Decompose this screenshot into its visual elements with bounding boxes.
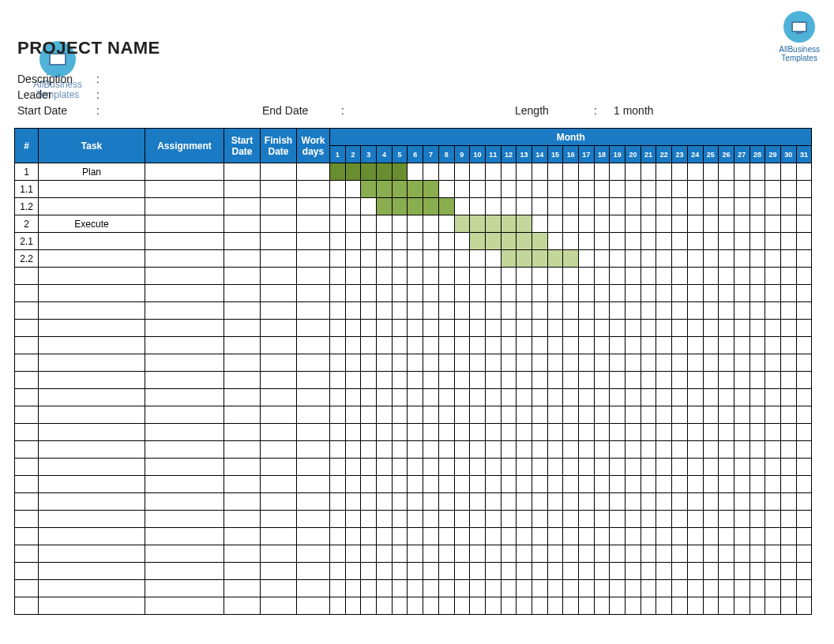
gantt-cell[interactable]	[485, 198, 501, 215]
gantt-cell[interactable]	[796, 198, 812, 215]
cell-assignment[interactable]	[145, 389, 224, 406]
gantt-cell[interactable]	[703, 320, 719, 337]
gantt-cell[interactable]	[345, 511, 361, 528]
gantt-cell[interactable]	[392, 580, 408, 597]
gantt-cell[interactable]	[703, 354, 719, 372]
gantt-cell[interactable]	[345, 285, 361, 302]
gantt-cell[interactable]	[780, 337, 796, 354]
cell-finish-date[interactable]	[261, 563, 297, 580]
gantt-cell[interactable]	[719, 302, 734, 320]
cell-start-date[interactable]	[224, 285, 261, 302]
gantt-cell[interactable]	[501, 528, 517, 545]
cell-finish-date[interactable]	[261, 406, 297, 424]
gantt-cell[interactable]	[626, 163, 641, 181]
gantt-cell[interactable]	[485, 545, 501, 563]
cell-finish-date[interactable]	[261, 476, 297, 493]
cell-task[interactable]	[39, 233, 145, 250]
gantt-cell[interactable]	[501, 406, 517, 424]
gantt-cell[interactable]	[547, 198, 563, 215]
gantt-cell[interactable]	[765, 302, 781, 320]
gantt-cell[interactable]	[377, 302, 393, 320]
gantt-cell[interactable]	[408, 285, 423, 302]
gantt-cell[interactable]	[423, 563, 439, 580]
gantt-cell[interactable]	[594, 268, 610, 285]
gantt-cell[interactable]	[485, 563, 501, 580]
gantt-cell[interactable]	[408, 163, 423, 181]
gantt-cell[interactable]	[687, 233, 703, 250]
cell-num[interactable]	[15, 302, 39, 320]
gantt-cell[interactable]	[579, 337, 595, 354]
cell-task[interactable]	[39, 198, 145, 215]
gantt-cell[interactable]	[517, 302, 532, 320]
gantt-cell[interactable]	[532, 354, 547, 372]
gantt-cell[interactable]	[796, 528, 812, 545]
gantt-cell[interactable]	[734, 285, 749, 302]
gantt-cell[interactable]	[547, 545, 563, 563]
gantt-cell[interactable]	[377, 563, 393, 580]
gantt-cell[interactable]	[501, 563, 517, 580]
gantt-cell[interactable]	[672, 389, 688, 406]
cell-assignment[interactable]	[145, 459, 224, 476]
gantt-cell[interactable]	[626, 459, 641, 476]
gantt-cell[interactable]	[656, 511, 672, 528]
gantt-cell[interactable]	[765, 545, 781, 563]
cell-task[interactable]	[39, 580, 145, 597]
gantt-cell[interactable]	[501, 268, 517, 285]
gantt-cell[interactable]	[719, 580, 734, 597]
gantt-cell[interactable]	[641, 337, 656, 354]
gantt-cell[interactable]	[734, 320, 749, 337]
gantt-cell[interactable]	[485, 476, 501, 493]
cell-start-date[interactable]	[224, 268, 261, 285]
gantt-cell[interactable]	[563, 459, 579, 476]
gantt-cell[interactable]	[470, 302, 486, 320]
cell-assignment[interactable]	[145, 181, 224, 198]
gantt-cell[interactable]	[517, 528, 532, 545]
cell-finish-date[interactable]	[261, 233, 297, 250]
gantt-cell[interactable]	[579, 528, 595, 545]
gantt-cell[interactable]	[672, 511, 688, 528]
cell-finish-date[interactable]	[261, 302, 297, 320]
gantt-cell[interactable]	[703, 181, 719, 198]
gantt-cell[interactable]	[703, 511, 719, 528]
gantt-cell[interactable]	[408, 250, 423, 268]
gantt-cell[interactable]	[330, 511, 346, 528]
gantt-cell[interactable]	[626, 354, 641, 372]
gantt-cell[interactable]	[719, 441, 734, 459]
gantt-cell[interactable]	[377, 389, 393, 406]
gantt-cell[interactable]	[408, 511, 423, 528]
gantt-cell[interactable]	[796, 354, 812, 372]
gantt-cell[interactable]	[563, 528, 579, 545]
gantt-cell[interactable]	[532, 528, 547, 545]
gantt-cell[interactable]	[345, 580, 361, 597]
gantt-cell[interactable]	[454, 302, 470, 320]
gantt-cell[interactable]	[641, 250, 656, 268]
gantt-cell[interactable]	[579, 181, 595, 198]
cell-finish-date[interactable]	[261, 511, 297, 528]
gantt-cell[interactable]	[361, 354, 377, 372]
gantt-cell[interactable]	[656, 250, 672, 268]
gantt-cell[interactable]	[703, 215, 719, 233]
gantt-cell[interactable]	[765, 320, 781, 337]
gantt-cell[interactable]	[377, 354, 393, 372]
gantt-cell[interactable]	[765, 285, 781, 302]
gantt-cell[interactable]	[703, 285, 719, 302]
gantt-cell[interactable]	[703, 198, 719, 215]
gantt-cell[interactable]	[423, 215, 439, 233]
gantt-cell[interactable]	[656, 545, 672, 563]
gantt-cell[interactable]	[672, 459, 688, 476]
gantt-cell[interactable]	[438, 337, 454, 354]
gantt-cell[interactable]	[780, 268, 796, 285]
cell-work-days[interactable]	[297, 354, 330, 372]
gantt-cell[interactable]	[780, 354, 796, 372]
gantt-cell[interactable]	[749, 337, 765, 354]
cell-assignment[interactable]	[145, 476, 224, 493]
gantt-cell[interactable]	[780, 459, 796, 476]
gantt-cell[interactable]	[796, 563, 812, 580]
cell-task[interactable]	[39, 181, 145, 198]
gantt-cell[interactable]	[485, 372, 501, 389]
gantt-cell[interactable]	[579, 268, 595, 285]
gantt-cell[interactable]	[392, 563, 408, 580]
cell-assignment[interactable]	[145, 198, 224, 215]
gantt-cell[interactable]	[687, 406, 703, 424]
gantt-cell[interactable]	[687, 302, 703, 320]
